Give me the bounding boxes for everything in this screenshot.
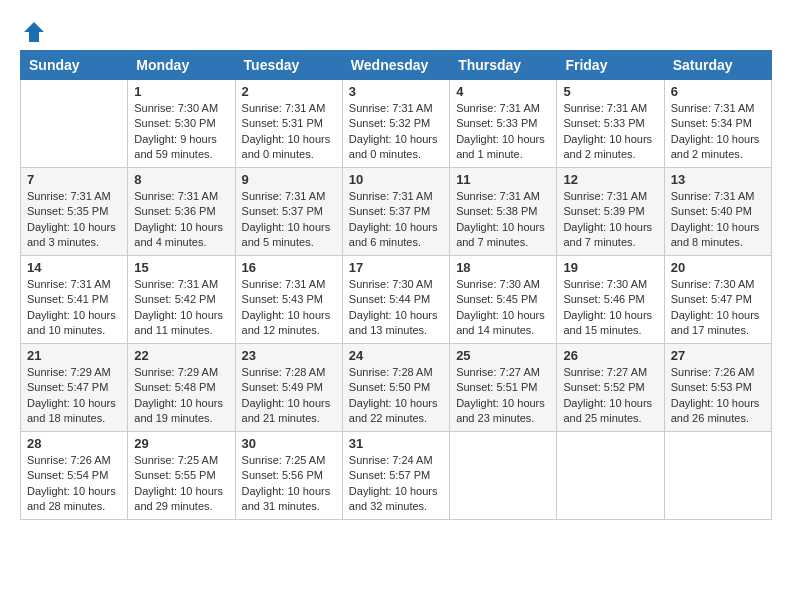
logo-icon bbox=[22, 20, 46, 44]
calendar-cell: 27Sunrise: 7:26 AM Sunset: 5:53 PM Dayli… bbox=[664, 344, 771, 432]
day-info: Sunrise: 7:31 AM Sunset: 5:32 PM Dayligh… bbox=[349, 101, 443, 163]
weekday-header-sunday: Sunday bbox=[21, 51, 128, 80]
day-info: Sunrise: 7:31 AM Sunset: 5:41 PM Dayligh… bbox=[27, 277, 121, 339]
day-number: 21 bbox=[27, 348, 121, 363]
day-number: 24 bbox=[349, 348, 443, 363]
day-info: Sunrise: 7:30 AM Sunset: 5:45 PM Dayligh… bbox=[456, 277, 550, 339]
day-number: 6 bbox=[671, 84, 765, 99]
day-number: 7 bbox=[27, 172, 121, 187]
day-info: Sunrise: 7:29 AM Sunset: 5:48 PM Dayligh… bbox=[134, 365, 228, 427]
calendar-cell: 19Sunrise: 7:30 AM Sunset: 5:46 PM Dayli… bbox=[557, 256, 664, 344]
day-info: Sunrise: 7:28 AM Sunset: 5:49 PM Dayligh… bbox=[242, 365, 336, 427]
day-number: 30 bbox=[242, 436, 336, 451]
day-number: 3 bbox=[349, 84, 443, 99]
day-info: Sunrise: 7:28 AM Sunset: 5:50 PM Dayligh… bbox=[349, 365, 443, 427]
logo bbox=[20, 20, 46, 40]
calendar-cell: 1Sunrise: 7:30 AM Sunset: 5:30 PM Daylig… bbox=[128, 80, 235, 168]
calendar-cell: 5Sunrise: 7:31 AM Sunset: 5:33 PM Daylig… bbox=[557, 80, 664, 168]
day-info: Sunrise: 7:27 AM Sunset: 5:51 PM Dayligh… bbox=[456, 365, 550, 427]
calendar-cell: 23Sunrise: 7:28 AM Sunset: 5:49 PM Dayli… bbox=[235, 344, 342, 432]
day-number: 1 bbox=[134, 84, 228, 99]
calendar-cell: 11Sunrise: 7:31 AM Sunset: 5:38 PM Dayli… bbox=[450, 168, 557, 256]
calendar-cell: 25Sunrise: 7:27 AM Sunset: 5:51 PM Dayli… bbox=[450, 344, 557, 432]
day-info: Sunrise: 7:30 AM Sunset: 5:46 PM Dayligh… bbox=[563, 277, 657, 339]
day-info: Sunrise: 7:30 AM Sunset: 5:30 PM Dayligh… bbox=[134, 101, 228, 163]
calendar-cell: 20Sunrise: 7:30 AM Sunset: 5:47 PM Dayli… bbox=[664, 256, 771, 344]
day-info: Sunrise: 7:26 AM Sunset: 5:53 PM Dayligh… bbox=[671, 365, 765, 427]
calendar-cell bbox=[21, 80, 128, 168]
calendar-week-row: 14Sunrise: 7:31 AM Sunset: 5:41 PM Dayli… bbox=[21, 256, 772, 344]
day-number: 10 bbox=[349, 172, 443, 187]
calendar-header-row: SundayMondayTuesdayWednesdayThursdayFrid… bbox=[21, 51, 772, 80]
day-number: 11 bbox=[456, 172, 550, 187]
day-number: 28 bbox=[27, 436, 121, 451]
day-info: Sunrise: 7:26 AM Sunset: 5:54 PM Dayligh… bbox=[27, 453, 121, 515]
calendar-week-row: 28Sunrise: 7:26 AM Sunset: 5:54 PM Dayli… bbox=[21, 432, 772, 520]
day-number: 23 bbox=[242, 348, 336, 363]
weekday-header-monday: Monday bbox=[128, 51, 235, 80]
day-info: Sunrise: 7:27 AM Sunset: 5:52 PM Dayligh… bbox=[563, 365, 657, 427]
day-number: 29 bbox=[134, 436, 228, 451]
day-info: Sunrise: 7:30 AM Sunset: 5:47 PM Dayligh… bbox=[671, 277, 765, 339]
calendar-cell: 13Sunrise: 7:31 AM Sunset: 5:40 PM Dayli… bbox=[664, 168, 771, 256]
calendar-cell bbox=[664, 432, 771, 520]
day-number: 16 bbox=[242, 260, 336, 275]
day-number: 20 bbox=[671, 260, 765, 275]
day-info: Sunrise: 7:31 AM Sunset: 5:39 PM Dayligh… bbox=[563, 189, 657, 251]
calendar-cell: 28Sunrise: 7:26 AM Sunset: 5:54 PM Dayli… bbox=[21, 432, 128, 520]
day-number: 31 bbox=[349, 436, 443, 451]
calendar-cell: 22Sunrise: 7:29 AM Sunset: 5:48 PM Dayli… bbox=[128, 344, 235, 432]
calendar-cell: 29Sunrise: 7:25 AM Sunset: 5:55 PM Dayli… bbox=[128, 432, 235, 520]
calendar-cell: 21Sunrise: 7:29 AM Sunset: 5:47 PM Dayli… bbox=[21, 344, 128, 432]
day-number: 4 bbox=[456, 84, 550, 99]
calendar-cell: 4Sunrise: 7:31 AM Sunset: 5:33 PM Daylig… bbox=[450, 80, 557, 168]
day-info: Sunrise: 7:31 AM Sunset: 5:34 PM Dayligh… bbox=[671, 101, 765, 163]
weekday-header-friday: Friday bbox=[557, 51, 664, 80]
day-number: 2 bbox=[242, 84, 336, 99]
calendar-cell: 18Sunrise: 7:30 AM Sunset: 5:45 PM Dayli… bbox=[450, 256, 557, 344]
calendar-cell: 15Sunrise: 7:31 AM Sunset: 5:42 PM Dayli… bbox=[128, 256, 235, 344]
day-number: 17 bbox=[349, 260, 443, 275]
day-number: 19 bbox=[563, 260, 657, 275]
day-info: Sunrise: 7:31 AM Sunset: 5:43 PM Dayligh… bbox=[242, 277, 336, 339]
calendar-cell: 9Sunrise: 7:31 AM Sunset: 5:37 PM Daylig… bbox=[235, 168, 342, 256]
day-number: 13 bbox=[671, 172, 765, 187]
day-info: Sunrise: 7:31 AM Sunset: 5:37 PM Dayligh… bbox=[242, 189, 336, 251]
day-number: 26 bbox=[563, 348, 657, 363]
calendar-cell: 12Sunrise: 7:31 AM Sunset: 5:39 PM Dayli… bbox=[557, 168, 664, 256]
calendar-cell: 17Sunrise: 7:30 AM Sunset: 5:44 PM Dayli… bbox=[342, 256, 449, 344]
day-info: Sunrise: 7:31 AM Sunset: 5:38 PM Dayligh… bbox=[456, 189, 550, 251]
calendar-cell: 30Sunrise: 7:25 AM Sunset: 5:56 PM Dayli… bbox=[235, 432, 342, 520]
calendar-cell: 24Sunrise: 7:28 AM Sunset: 5:50 PM Dayli… bbox=[342, 344, 449, 432]
day-info: Sunrise: 7:25 AM Sunset: 5:56 PM Dayligh… bbox=[242, 453, 336, 515]
day-info: Sunrise: 7:31 AM Sunset: 5:37 PM Dayligh… bbox=[349, 189, 443, 251]
day-number: 12 bbox=[563, 172, 657, 187]
calendar-cell: 31Sunrise: 7:24 AM Sunset: 5:57 PM Dayli… bbox=[342, 432, 449, 520]
day-info: Sunrise: 7:31 AM Sunset: 5:35 PM Dayligh… bbox=[27, 189, 121, 251]
day-info: Sunrise: 7:29 AM Sunset: 5:47 PM Dayligh… bbox=[27, 365, 121, 427]
calendar-table: SundayMondayTuesdayWednesdayThursdayFrid… bbox=[20, 50, 772, 520]
day-info: Sunrise: 7:31 AM Sunset: 5:40 PM Dayligh… bbox=[671, 189, 765, 251]
day-number: 15 bbox=[134, 260, 228, 275]
day-info: Sunrise: 7:31 AM Sunset: 5:42 PM Dayligh… bbox=[134, 277, 228, 339]
day-info: Sunrise: 7:25 AM Sunset: 5:55 PM Dayligh… bbox=[134, 453, 228, 515]
day-info: Sunrise: 7:31 AM Sunset: 5:33 PM Dayligh… bbox=[456, 101, 550, 163]
calendar-week-row: 21Sunrise: 7:29 AM Sunset: 5:47 PM Dayli… bbox=[21, 344, 772, 432]
calendar-cell: 6Sunrise: 7:31 AM Sunset: 5:34 PM Daylig… bbox=[664, 80, 771, 168]
day-number: 9 bbox=[242, 172, 336, 187]
day-number: 27 bbox=[671, 348, 765, 363]
day-info: Sunrise: 7:31 AM Sunset: 5:31 PM Dayligh… bbox=[242, 101, 336, 163]
day-info: Sunrise: 7:24 AM Sunset: 5:57 PM Dayligh… bbox=[349, 453, 443, 515]
day-number: 8 bbox=[134, 172, 228, 187]
calendar-cell bbox=[450, 432, 557, 520]
day-number: 22 bbox=[134, 348, 228, 363]
calendar-week-row: 7Sunrise: 7:31 AM Sunset: 5:35 PM Daylig… bbox=[21, 168, 772, 256]
calendar-cell: 2Sunrise: 7:31 AM Sunset: 5:31 PM Daylig… bbox=[235, 80, 342, 168]
calendar-cell: 8Sunrise: 7:31 AM Sunset: 5:36 PM Daylig… bbox=[128, 168, 235, 256]
day-number: 25 bbox=[456, 348, 550, 363]
day-number: 18 bbox=[456, 260, 550, 275]
calendar-cell: 14Sunrise: 7:31 AM Sunset: 5:41 PM Dayli… bbox=[21, 256, 128, 344]
calendar-cell: 16Sunrise: 7:31 AM Sunset: 5:43 PM Dayli… bbox=[235, 256, 342, 344]
day-info: Sunrise: 7:31 AM Sunset: 5:36 PM Dayligh… bbox=[134, 189, 228, 251]
day-info: Sunrise: 7:31 AM Sunset: 5:33 PM Dayligh… bbox=[563, 101, 657, 163]
